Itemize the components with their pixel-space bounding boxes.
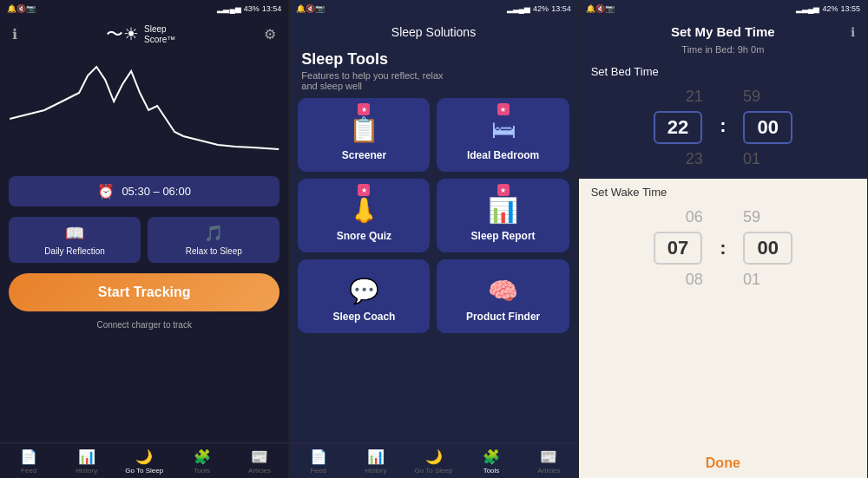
ideal-bedroom-label: Ideal Bedroom	[467, 149, 539, 161]
bottom-nav-1: 📄 Feed 📊 History 🌙 Go To Sleep 🧩 Tools 📰…	[0, 442, 288, 478]
bottom-nav-2: 📄 Feed 📊 History 🌙 Go To Sleep 🧩 Tools 📰…	[289, 442, 577, 478]
info-icon-1[interactable]: ℹ	[12, 26, 17, 43]
tools-label-2: Tools	[483, 467, 500, 475]
nav-go-to-sleep-1[interactable]: 🌙 Go To Sleep	[115, 449, 173, 475]
history-icon-2: 📊	[367, 449, 385, 465]
moon-icon-2: 🌙	[425, 449, 443, 465]
music-icon: 🎵	[204, 224, 223, 243]
signal-icon: ▂▃▄▅	[217, 4, 240, 13]
nav-history-1[interactable]: 📊 History	[57, 449, 115, 475]
section-subtitle: Features to help you reflect, relaxand s…	[301, 70, 565, 91]
ideal-bedroom-badge	[497, 103, 510, 115]
sleep-report-badge	[497, 184, 510, 196]
status-icons-left-3: 🔔🔇📷	[586, 4, 615, 13]
ideal-bedroom-card[interactable]: 🛏 Ideal Bedroom	[437, 98, 569, 172]
info-icon-3[interactable]: ℹ	[851, 25, 855, 39]
nav-articles-2[interactable]: 📰 Articles	[520, 449, 577, 475]
bed-time-next-row: 23 01	[686, 147, 760, 170]
time-text-3: 13:55	[840, 4, 860, 13]
wake-time-prev-row: 06 59	[686, 206, 760, 228]
bed-colon-prev	[720, 85, 726, 108]
bed-hour-next: 23	[686, 150, 703, 168]
relax-to-sleep-label: Relax to Sleep	[186, 246, 242, 256]
bedroom-icon: 🛏	[491, 115, 516, 144]
history-label-1: History	[76, 467, 97, 475]
time-window: ⏰ 05:30 – 06:00	[9, 176, 279, 206]
feed-icon-2: 📄	[310, 449, 327, 465]
tools-icon-1: 🧩	[194, 449, 211, 465]
relax-to-sleep-btn[interactable]: 🎵 Relax to Sleep	[148, 217, 279, 263]
settings-icon[interactable]: ⚙	[264, 26, 276, 43]
logo-text: Sleep Score™	[144, 24, 175, 45]
screen-sleep-tools: 🔔🔇📷 ▂▃▄▅ 42% 13:54 Sleep Solutions Sleep…	[289, 0, 578, 478]
nav-articles-1[interactable]: 📰 Articles	[231, 449, 288, 475]
nav-tools-2[interactable]: 🧩 Tools	[463, 449, 520, 475]
status-bar-1: 🔔🔇📷 ▂▃▄▅ 43% 13:54	[0, 0, 288, 17]
sleep-graph-svg	[9, 49, 279, 171]
feed-icon-1: 📄	[20, 449, 37, 465]
wake-colon-next	[720, 268, 726, 291]
go-to-sleep-label-1: Go To Sleep	[125, 467, 163, 475]
snore-quiz-badge	[358, 184, 370, 196]
tools-grid: 📋 Screener 🛏 Ideal Bedroom 👃 Snore Quiz …	[289, 98, 577, 333]
start-tracking-button[interactable]: Start Tracking	[9, 273, 279, 311]
nav-go-to-sleep-2[interactable]: 🌙 Go To Sleep	[404, 449, 462, 475]
status-bar-2: 🔔🔇📷 ▂▃▄▅ 42% 13:54	[289, 0, 577, 17]
sleep-tools-heading: Sleep Tools	[301, 50, 565, 69]
report-icon: 📊	[488, 196, 518, 225]
coach-icon: 💬	[349, 277, 379, 305]
daily-reflection-btn[interactable]: 📖 Daily Reflection	[9, 217, 141, 263]
screener-card[interactable]: 📋 Screener	[298, 98, 430, 172]
articles-label-1: Articles	[248, 467, 271, 475]
done-button[interactable]: Done	[579, 449, 867, 478]
sleep-coach-label: Sleep Coach	[332, 311, 395, 323]
time-text-2: 13:54	[551, 4, 571, 13]
bed-min-active[interactable]: 00	[743, 111, 792, 144]
nav-tools-1[interactable]: 🧩 Tools	[173, 449, 230, 475]
tools-label-1: Tools	[194, 467, 210, 475]
bed-time-picker: 21 59 22 : 00 23 01	[591, 82, 855, 174]
screen3-header: Set My Bed Time ℹ	[579, 17, 867, 43]
screener-icon: 📋	[349, 115, 379, 144]
nav-feed-2[interactable]: 📄 Feed	[289, 449, 346, 475]
time-text-1: 13:54	[262, 4, 282, 13]
screen-set-bed-time: 🔔🔇📷 ▂▃▄▅ 42% 13:55 Set My Bed Time ℹ Tim…	[579, 0, 868, 478]
daily-reflection-label: Daily Reflection	[44, 246, 104, 256]
alarm-icon: ⏰	[97, 183, 115, 200]
bed-min-next: 01	[743, 150, 760, 168]
snore-quiz-card[interactable]: 👃 Snore Quiz	[298, 179, 430, 252]
sleep-report-card[interactable]: 📊 Sleep Report	[437, 179, 569, 252]
status-icons-left: 🔔🔇📷	[7, 4, 36, 13]
set-wake-time-label: Set Wake Time	[591, 186, 855, 199]
bed-min-prev: 59	[743, 88, 760, 106]
product-finder-icon: 🧠	[488, 277, 518, 305]
bed-time-active-row[interactable]: 22 : 00	[654, 111, 792, 144]
snore-quiz-label: Snore Quiz	[337, 230, 391, 242]
wake-hour-active[interactable]: 07	[654, 232, 702, 265]
wake-time-active-row[interactable]: 07 : 00	[654, 232, 792, 265]
go-to-sleep-label-2: Go To Sleep	[415, 467, 453, 475]
signal-icon-3: ▂▃▄▅	[796, 4, 819, 13]
tools-icon-2: 🧩	[483, 449, 500, 465]
connect-charger-text: Connect charger to track	[0, 318, 288, 331]
screen-sleep-score: 🔔🔇📷 ▂▃▄▅ 43% 13:54 ℹ 〜☀ Sleep Score™ ⚙ ⏰…	[0, 0, 289, 478]
bed-time-section: Set Bed Time 21 59 22 : 00 23 01	[579, 60, 867, 179]
wake-hour-next: 08	[686, 271, 703, 289]
battery-text-3: 42%	[822, 4, 838, 13]
screen1-header: ℹ 〜☀ Sleep Score™ ⚙	[0, 17, 288, 49]
wake-min-active[interactable]: 00	[743, 232, 792, 265]
nav-feed-1[interactable]: 📄 Feed	[0, 449, 57, 475]
product-finder-label: Product Finder	[466, 311, 540, 323]
battery-text-2: 42%	[533, 4, 549, 13]
bed-time-prev-row: 21 59	[686, 85, 760, 108]
sleep-coach-card[interactable]: 💬 Sleep Coach	[298, 259, 430, 333]
feed-label-2: Feed	[310, 467, 326, 475]
nav-history-2[interactable]: 📊 History	[347, 449, 404, 475]
tools-row: 📖 Daily Reflection 🎵 Relax to Sleep	[9, 217, 279, 263]
book-icon: 📖	[65, 224, 84, 243]
start-tracking-label: Start Tracking	[20, 285, 268, 300]
screen2-header: Sleep Solutions	[289, 17, 577, 45]
bed-hour-active[interactable]: 22	[654, 111, 702, 144]
snore-icon: 👃	[349, 196, 379, 225]
product-finder-card[interactable]: 🧠 Product Finder	[437, 259, 569, 333]
